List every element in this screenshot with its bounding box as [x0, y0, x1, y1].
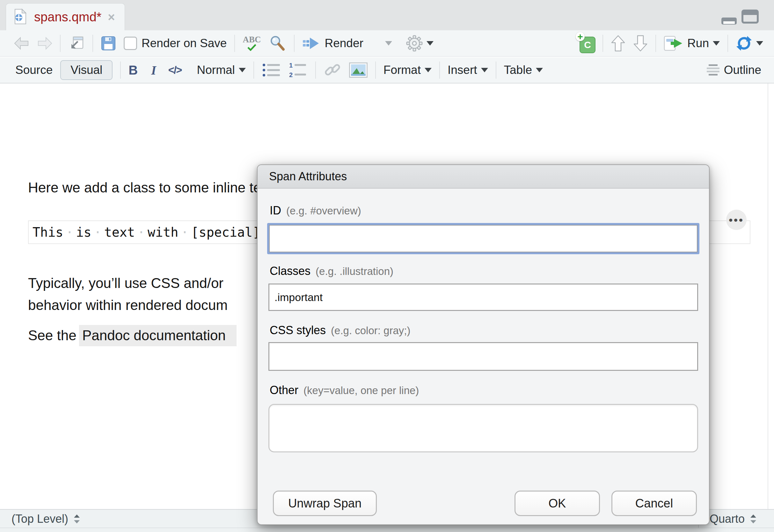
settings-button[interactable]: [406, 35, 434, 52]
image-icon[interactable]: [349, 62, 367, 78]
ok-button[interactable]: OK: [515, 491, 600, 516]
separator: [496, 61, 496, 79]
search-icon[interactable]: [268, 34, 286, 52]
italic-button[interactable]: I: [151, 63, 156, 78]
outline-toggle[interactable]: Outline: [706, 63, 761, 77]
tab-close-icon[interactable]: ×: [108, 11, 115, 23]
source-mode-button[interactable]: Source: [15, 63, 53, 77]
span-attributes-dialog: Span Attributes ID (e.g. #overview) Clas…: [257, 164, 710, 525]
rstudio-editor-window: spans.qmd* ×: [0, 0, 774, 532]
render-icon: [302, 36, 320, 50]
more-options-button[interactable]: •••: [726, 210, 747, 230]
format-dropdown-icon: [425, 68, 432, 72]
editor-right-gutter: [768, 83, 768, 532]
separator: [727, 35, 728, 52]
render-on-save-label: Render on Save: [141, 37, 227, 50]
insert-dropdown-icon: [481, 68, 488, 72]
bold-button[interactable]: B: [128, 63, 138, 77]
id-input-focus-ring: [267, 223, 699, 254]
table-dropdown-icon: [536, 68, 543, 72]
separator: [60, 35, 61, 52]
sync-icon: [736, 35, 752, 52]
go-to-next-chunk-icon[interactable]: [633, 35, 648, 52]
status-bar-divider: [0, 528, 774, 528]
classes-input[interactable]: [268, 284, 698, 311]
separator: [439, 61, 440, 79]
svg-text:1: 1: [289, 62, 293, 69]
unwrap-span-button[interactable]: Unwrap Span: [273, 491, 377, 516]
maximize-icon[interactable]: [741, 10, 759, 25]
main-toolbar: Render on Save ABC Render: [0, 30, 774, 57]
separator: [294, 35, 294, 52]
separator: [655, 35, 656, 52]
spellcheck-icon[interactable]: ABC: [242, 35, 261, 51]
quarto-file-icon: [13, 8, 28, 26]
render-on-save-toggle[interactable]: Render on Save: [124, 37, 227, 50]
format-menu[interactable]: Format: [383, 63, 432, 77]
sorter-icon: [750, 514, 757, 524]
other-label-row: Other (key=value, one per line): [270, 384, 419, 397]
tab-bar: spans.qmd* ×: [0, 0, 774, 31]
back-icon[interactable]: [14, 37, 29, 50]
run-label: Run: [687, 37, 709, 50]
css-styles-label-row: CSS styles (e.g. color: gray;): [270, 324, 410, 337]
inline-code-button[interactable]: </>: [168, 64, 182, 76]
svg-text:2: 2: [289, 71, 293, 78]
run-dropdown-icon[interactable]: [713, 41, 720, 46]
classes-label-row: Classes (e.g. .illustration): [270, 264, 394, 278]
run-button[interactable]: Run: [664, 35, 720, 52]
go-to-previous-chunk-icon[interactable]: [611, 35, 626, 52]
separator: [92, 35, 93, 52]
visual-mode-button[interactable]: Visual: [60, 60, 112, 80]
insert-chunk-button[interactable]: C +: [577, 34, 595, 53]
source-document-button[interactable]: [736, 35, 763, 52]
pandoc-documentation-link[interactable]: Pandoc documentation: [79, 325, 236, 346]
run-icon: [664, 35, 684, 52]
sorter-icon: [73, 514, 80, 524]
id-input[interactable]: [269, 225, 698, 252]
css-styles-input[interactable]: [268, 342, 698, 371]
separator: [120, 61, 121, 79]
other-textarea[interactable]: [268, 404, 698, 452]
paragraph-style-dropdown[interactable]: Normal: [197, 63, 246, 77]
minimize-icon[interactable]: [721, 17, 737, 26]
tab-spans-qmd[interactable]: spans.qmd* ×: [6, 3, 125, 31]
plus-icon: +: [576, 32, 585, 41]
paragraph-pandoc: See the Pandoc documentation: [28, 327, 236, 343]
render-on-save-checkbox[interactable]: [124, 37, 137, 50]
settings-dropdown-icon[interactable]: [427, 41, 434, 46]
separator: [603, 35, 603, 52]
render-label: Render: [324, 37, 363, 50]
separator: [375, 61, 376, 79]
bullet-list-icon[interactable]: [262, 62, 281, 78]
formatting-toolbar: Source Visual B I </> Normal 1 2: [0, 57, 774, 83]
table-menu[interactable]: Table: [504, 63, 543, 77]
cancel-button[interactable]: Cancel: [611, 491, 697, 516]
outline-icon: [706, 64, 720, 76]
forward-icon[interactable]: [37, 37, 52, 50]
dialog-title: Span Attributes: [257, 165, 709, 189]
style-dropdown-icon: [239, 68, 246, 72]
outline-selector[interactable]: (Top Level): [11, 511, 80, 527]
separator: [315, 61, 316, 79]
render-button[interactable]: Render: [302, 36, 363, 50]
source-dropdown-icon[interactable]: [756, 41, 763, 46]
paragraph-css: Typically, you’ll use CSS and/or behavio…: [28, 272, 228, 316]
link-icon[interactable]: [323, 61, 341, 79]
open-in-new-window-icon[interactable]: [68, 36, 85, 51]
tab-title: spans.qmd*: [34, 10, 101, 24]
render-dropdown-icon[interactable]: [385, 41, 392, 46]
insert-menu[interactable]: Insert: [448, 63, 488, 77]
id-label-row: ID (e.g. #overview): [270, 204, 361, 217]
separator: [234, 35, 235, 52]
gear-icon: [406, 35, 423, 52]
separator: [253, 61, 254, 79]
save-icon[interactable]: [101, 36, 116, 51]
numbered-list-icon[interactable]: 1 2: [288, 62, 307, 78]
